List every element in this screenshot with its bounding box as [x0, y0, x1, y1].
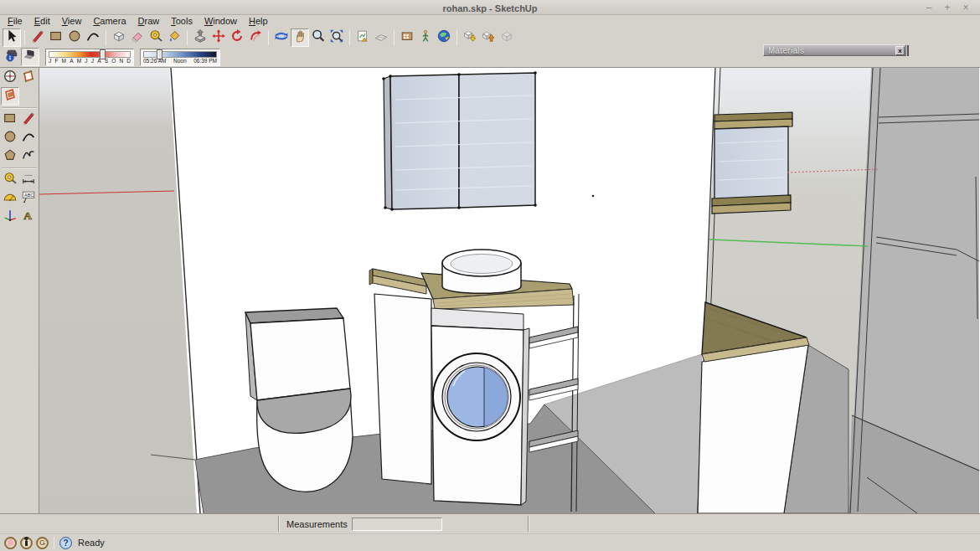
- toolbar-separator: [24, 30, 25, 45]
- share-component-tool-button[interactable]: [498, 28, 516, 47]
- rectangle-tool-icon: [49, 28, 64, 47]
- month-label: F: [54, 58, 58, 64]
- menu-view[interactable]: View: [56, 15, 88, 28]
- circle-tool-button[interactable]: [65, 28, 84, 47]
- rotate-tool-button[interactable]: [228, 28, 246, 47]
- select-tool-button[interactable]: [3, 28, 21, 47]
- paint-bucket-tool-button[interactable]: [165, 28, 183, 47]
- signin-status-icon[interactable]: G: [36, 537, 49, 549]
- menu-camera[interactable]: Camera: [87, 15, 132, 28]
- pan-tool-button[interactable]: [291, 28, 309, 47]
- status-icons: G: [4, 537, 52, 549]
- close-button[interactable]: ×: [957, 2, 975, 13]
- menu-window[interactable]: Window: [199, 15, 243, 28]
- zoom-tool-button[interactable]: [309, 28, 328, 47]
- arc-tool-icon: [85, 28, 101, 47]
- dimension-tool-button[interactable]: [19, 171, 38, 189]
- zoom-extents-tool-button[interactable]: [328, 28, 346, 47]
- share-model-tool-button[interactable]: [479, 28, 498, 47]
- rectangle-tool-button[interactable]: [47, 28, 65, 47]
- rotate-tool-icon: [230, 28, 245, 47]
- orbit-tool-button[interactable]: [272, 28, 291, 47]
- position-camera-tool-button[interactable]: [416, 28, 435, 47]
- shadow-toggle-button[interactable]: [21, 48, 39, 66]
- status-message: Ready: [78, 538, 105, 548]
- credits-status-icon[interactable]: [20, 537, 33, 549]
- window-controls: –+×: [920, 0, 975, 14]
- time-start-label: 05:26 AM: [143, 58, 166, 64]
- get-models-tool-button[interactable]: [461, 28, 479, 47]
- section-plane-tool-icon: [21, 69, 36, 87]
- text-3d-tool-button[interactable]: A: [19, 208, 38, 226]
- menu-edit[interactable]: Edit: [28, 15, 56, 28]
- menu-tools[interactable]: Tools: [165, 15, 199, 28]
- far-right-wall: [848, 68, 979, 513]
- share-component-tool-icon: [499, 28, 514, 47]
- axes-tool-button[interactable]: [1, 208, 19, 226]
- month-label: A: [97, 58, 101, 64]
- geolocation-status-icon[interactable]: [4, 537, 17, 549]
- time-noon-label: Noon: [173, 58, 187, 64]
- circle-tool-button[interactable]: [1, 129, 19, 147]
- circle-tool-icon: [67, 28, 82, 47]
- line-tool-icon: [30, 28, 45, 47]
- dimension-tool-icon: [21, 171, 36, 189]
- google-earth-tool-button[interactable]: [435, 28, 453, 47]
- photo-textures-tool-button[interactable]: [398, 28, 416, 47]
- measurements-input[interactable]: [352, 518, 442, 531]
- make-component-tool-button[interactable]: [110, 28, 128, 47]
- select-tool-icon: [4, 28, 19, 47]
- menu-help[interactable]: Help: [243, 15, 274, 28]
- photo-textures-tool-icon: [400, 28, 415, 47]
- make-component-tool-icon: [111, 28, 126, 47]
- rectangle-tool-icon: [3, 111, 18, 129]
- move-tool-icon: [211, 28, 226, 47]
- line-tool-button[interactable]: [28, 28, 47, 47]
- title-bar[interactable]: rohan.skp - SketchUp –+×: [0, 0, 980, 15]
- toggle-terrain-tool-button[interactable]: [372, 28, 390, 47]
- shadow-settings-button[interactable]: [3, 48, 21, 66]
- model-viewport[interactable]: [39, 68, 980, 513]
- position-camera-tool-icon: [418, 28, 433, 47]
- protractor-tool-button[interactable]: [1, 189, 19, 208]
- compass-view-button[interactable]: [1, 69, 19, 87]
- tape-measure-tool-icon: [148, 28, 163, 47]
- eraser-tool-button[interactable]: [128, 28, 147, 47]
- svg-text:A: A: [23, 209, 32, 222]
- move-tool-button[interactable]: [209, 28, 228, 47]
- measurements-label: Measurements: [286, 519, 348, 529]
- protractor-tool-icon: [3, 189, 18, 208]
- offset-tool-button[interactable]: [246, 28, 265, 47]
- line-tool-button[interactable]: [19, 111, 38, 129]
- paint-bucket-tool-icon: [167, 28, 182, 47]
- rectangle-tool-button[interactable]: [1, 111, 19, 129]
- toolbar-separator: [106, 30, 106, 45]
- menu-file[interactable]: File: [2, 15, 28, 28]
- menu-bar: FileEditViewCameraDrawToolsWindowHelp: [0, 15, 980, 28]
- freehand-tool-button[interactable]: [19, 147, 38, 166]
- line-tool-icon: [21, 111, 36, 129]
- shadow-time-slider[interactable]: 05:26 AM Noon 06:39 PM: [140, 49, 220, 66]
- push-pull-tool-button[interactable]: [191, 28, 209, 47]
- section-cut-tool-button[interactable]: [1, 87, 19, 106]
- status-bar: G ? Ready: [0, 533, 980, 551]
- shadow-date-slider[interactable]: JFMAMJJASOND: [45, 49, 134, 66]
- zoom-tool-icon: [311, 28, 326, 47]
- materials-panel[interactable]: Materials x: [763, 44, 906, 56]
- tape-measure-tool-button[interactable]: [1, 171, 19, 189]
- text-tool-button[interactable]: ABC: [19, 189, 38, 208]
- section-plane-tool-button[interactable]: [19, 69, 38, 87]
- arc-tool-button[interactable]: [19, 129, 38, 147]
- model-scene: [39, 68, 979, 513]
- polygon-tool-button[interactable]: [1, 147, 19, 166]
- materials-close-button[interactable]: x: [895, 46, 905, 55]
- add-location-tool-button[interactable]: [353, 28, 372, 47]
- palette-row: [0, 171, 39, 189]
- tape-measure-tool-button[interactable]: [147, 28, 165, 47]
- menu-draw[interactable]: Draw: [132, 15, 166, 28]
- arc-tool-button[interactable]: [84, 28, 102, 47]
- maximize-button[interactable]: +: [938, 2, 957, 13]
- minimize-button[interactable]: –: [920, 2, 938, 13]
- month-label: M: [77, 58, 81, 64]
- help-icon[interactable]: ?: [59, 537, 72, 549]
